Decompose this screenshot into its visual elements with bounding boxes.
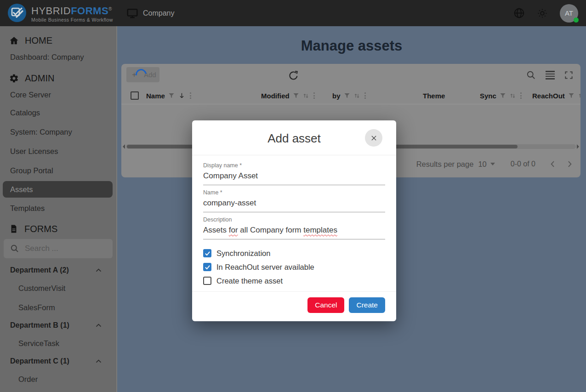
home-icon (9, 36, 19, 45)
hybridforms-logo-icon (7, 3, 27, 23)
checkbox-icon (203, 249, 211, 257)
scroll-right-arrow[interactable] (577, 144, 579, 149)
page-range: 0-0 of 0 (511, 160, 535, 168)
row-density-icon[interactable] (546, 71, 555, 80)
column-header-theme[interactable]: Theme (423, 87, 445, 104)
description-input[interactable]: Assets for all Company form templates (203, 225, 385, 235)
sidebar-item-user-licenses[interactable]: User Licenses (0, 142, 116, 161)
scroll-left-arrow[interactable] (123, 144, 125, 149)
form-item-order[interactable]: Order (0, 369, 116, 389)
sort-icon[interactable] (353, 92, 360, 99)
form-item-servicetask[interactable]: ServiceTask (0, 334, 116, 353)
sidebar-item-system[interactable]: System: Company (0, 122, 116, 142)
sidebar-item-catalogs[interactable]: Catalogs (0, 103, 116, 122)
sort-desc-icon[interactable] (178, 92, 186, 100)
form-item-customervisit[interactable]: CustomerVisit (0, 278, 116, 298)
company-label: Company (143, 9, 174, 17)
department-b-toggle[interactable]: Department B (1) (0, 317, 116, 334)
close-icon[interactable] (365, 129, 382, 147)
sidebar-item-core-server[interactable]: Core Server (0, 86, 116, 103)
column-menu-icon[interactable] (519, 91, 523, 100)
checkbox-icon (203, 263, 211, 271)
synchronization-checkbox[interactable]: Synchronization (203, 246, 385, 260)
topbar: HYBRIDFORMS® Mobile Business Forms & Wor… (0, 0, 586, 26)
column-header-modified[interactable]: Modified (261, 87, 316, 104)
sort-icon[interactable] (302, 92, 309, 99)
monitor-icon (126, 7, 138, 19)
column-menu-icon[interactable] (364, 91, 367, 100)
description-field[interactable]: Description Assets for all Company form … (203, 212, 385, 239)
sidebar-section-forms[interactable]: FORMS (0, 221, 116, 237)
refresh-icon[interactable] (288, 70, 299, 81)
description-label: Description (203, 216, 385, 223)
avatar[interactable]: AT (560, 4, 578, 23)
select-all-checkbox[interactable] (131, 91, 139, 100)
sidebar-item-assets[interactable]: Assets (3, 181, 113, 198)
name-input[interactable]: company-asset (203, 198, 385, 208)
add-asset-button[interactable]: + Add (126, 67, 159, 82)
loading-spinner (133, 67, 148, 82)
display-name-field[interactable]: Display name * Company Asset (203, 156, 385, 185)
display-name-input[interactable]: Company Asset (203, 171, 385, 181)
filter-icon[interactable] (168, 92, 175, 99)
table-toolbar: + Add (121, 64, 580, 87)
sort-icon[interactable] (578, 92, 580, 99)
company-switcher[interactable]: Company (126, 0, 174, 26)
gear-icon (9, 74, 19, 83)
modal-header: Add asset (192, 120, 396, 155)
chevron-up-icon (95, 267, 102, 274)
add-asset-modal: Add asset Display name * Company Asset N… (192, 120, 396, 321)
caret-down-icon (490, 163, 495, 168)
sidebar-item-group-portal[interactable]: Group Portal (0, 161, 116, 180)
misspelled-word: templates (303, 226, 337, 234)
column-header-sync[interactable]: Sync (480, 87, 523, 104)
sidebar-item-dashboard[interactable]: Dashboard: Company (0, 49, 116, 65)
brand-tagline: Mobile Business Forms & Workflow (31, 17, 113, 23)
department-c-toggle[interactable]: Department C (1) (0, 353, 116, 369)
sort-icon[interactable] (509, 92, 516, 99)
app-logo[interactable]: HYBRIDFORMS® Mobile Business Forms & Wor… (7, 3, 113, 23)
create-button[interactable]: Create (349, 297, 385, 313)
display-name-label: Display name * (203, 162, 385, 169)
fullscreen-icon[interactable] (564, 71, 573, 80)
sidebar-section-admin[interactable]: ADMIN (0, 70, 116, 86)
name-field[interactable]: Name * company-asset (203, 185, 385, 212)
modal-footer: Cancel Create (192, 291, 396, 321)
search-icon (10, 244, 19, 253)
filter-icon[interactable] (568, 92, 575, 99)
chevron-up-icon (95, 358, 102, 365)
sidebar-item-templates[interactable]: Templates (0, 199, 116, 218)
globe-icon[interactable] (513, 7, 525, 19)
column-menu-icon[interactable] (313, 91, 316, 100)
misspelled-word: for (229, 226, 238, 234)
cancel-button[interactable]: Cancel (307, 297, 344, 313)
reachout-available-checkbox[interactable]: In ReachOut server available (203, 260, 385, 274)
column-header-by[interactable]: by (332, 87, 367, 104)
department-a-toggle[interactable]: Department A (2) (0, 262, 116, 278)
search-input[interactable] (25, 244, 126, 253)
brightness-icon[interactable] (537, 8, 548, 19)
checkbox-icon (203, 277, 211, 285)
form-item-salesform[interactable]: SalesForm (0, 298, 116, 317)
filter-icon[interactable] (293, 92, 299, 99)
results-per-page-label: Results per page (416, 160, 474, 169)
forms-search (4, 239, 113, 258)
page-size-select[interactable]: 10 (478, 160, 495, 169)
previous-page-icon[interactable] (548, 159, 558, 169)
column-menu-icon[interactable] (189, 91, 192, 100)
column-header-reachout[interactable]: ReachOut (532, 87, 580, 104)
next-page-icon[interactable] (565, 159, 574, 169)
table-search-icon[interactable] (526, 70, 536, 80)
filter-icon[interactable] (500, 92, 506, 99)
name-label: Name * (203, 189, 385, 196)
column-header-name[interactable]: Name (146, 87, 192, 104)
table-header-row: Name Modified by Theme Sync Rea (121, 87, 580, 104)
document-icon (9, 224, 18, 233)
sidebar-section-home[interactable]: HOME (0, 32, 116, 49)
brand-name: HYBRIDFORMS® (31, 5, 112, 17)
chevron-up-icon (95, 322, 102, 330)
filter-icon[interactable] (344, 92, 350, 99)
create-theme-asset-checkbox[interactable]: Create theme asset (203, 274, 385, 288)
online-status-dot (574, 17, 579, 23)
avatar-initials: AT (565, 9, 573, 17)
